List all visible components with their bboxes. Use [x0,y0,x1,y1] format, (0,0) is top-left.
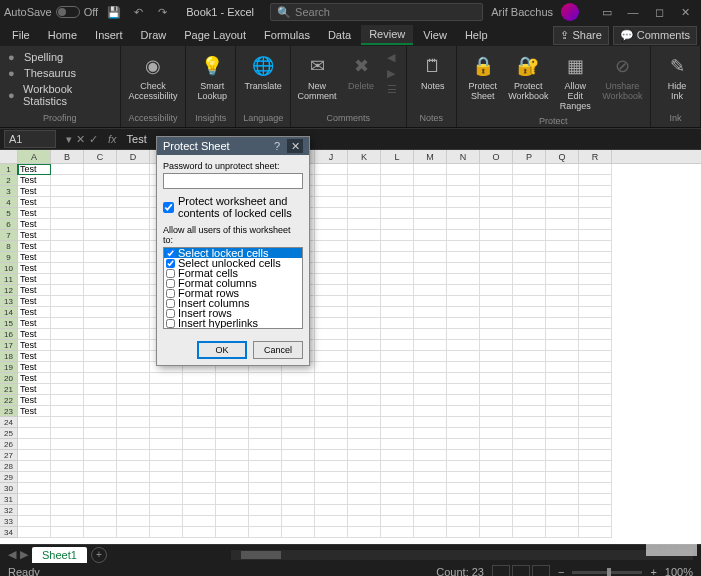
cell[interactable] [51,186,84,197]
cell[interactable] [348,241,381,252]
cell[interactable] [315,417,348,428]
row-header[interactable]: 9 [0,252,18,263]
cell[interactable] [447,175,480,186]
cell[interactable] [447,274,480,285]
minimize-icon[interactable]: — [621,2,645,22]
cell[interactable] [480,527,513,538]
cell[interactable] [348,340,381,351]
cell[interactable] [546,450,579,461]
cell[interactable] [84,329,117,340]
cell[interactable]: Test [18,241,51,252]
cell[interactable] [513,406,546,417]
cell[interactable] [84,351,117,362]
cell[interactable]: Test [18,197,51,208]
cell[interactable] [447,384,480,395]
cell[interactable] [546,439,579,450]
cell[interactable]: Test [18,208,51,219]
cell[interactable] [480,450,513,461]
cell[interactable] [381,351,414,362]
cell[interactable] [513,296,546,307]
cell[interactable] [117,472,150,483]
cell[interactable] [381,373,414,384]
cell[interactable] [513,219,546,230]
cell[interactable] [414,296,447,307]
permissions-list[interactable]: Select locked cellsSelect unlocked cells… [163,247,303,329]
cell[interactable] [480,186,513,197]
cell[interactable] [414,494,447,505]
cell[interactable] [348,461,381,472]
cell[interactable] [513,417,546,428]
cell[interactable] [183,428,216,439]
protect-checkbox[interactable]: Protect worksheet and contents of locked… [163,195,303,219]
add-sheet-button[interactable]: + [91,547,107,563]
cell[interactable] [150,373,183,384]
cell[interactable] [216,494,249,505]
cell[interactable] [51,285,84,296]
cell[interactable] [447,406,480,417]
cell[interactable] [51,252,84,263]
cell[interactable] [546,483,579,494]
cell[interactable] [546,340,579,351]
cell[interactable] [183,439,216,450]
cell[interactable] [348,197,381,208]
cell[interactable] [546,516,579,527]
cell[interactable] [18,450,51,461]
cell[interactable] [117,263,150,274]
cell[interactable] [150,384,183,395]
cell[interactable] [513,505,546,516]
cell[interactable] [480,483,513,494]
workbook-statistics-button[interactable]: ●Workbook Statistics [6,82,114,108]
cell[interactable]: Test [18,175,51,186]
cell[interactable] [447,527,480,538]
cell[interactable] [348,516,381,527]
cell[interactable] [183,417,216,428]
cell[interactable] [447,329,480,340]
cell[interactable] [315,164,348,175]
checkbox[interactable] [166,279,175,288]
row-header[interactable]: 31 [0,494,18,505]
cell[interactable] [381,450,414,461]
cell[interactable] [513,175,546,186]
cell[interactable] [51,417,84,428]
cell[interactable] [480,274,513,285]
cell[interactable] [51,384,84,395]
cell[interactable] [579,274,612,285]
cell[interactable] [579,230,612,241]
cell[interactable] [117,362,150,373]
cell[interactable] [513,439,546,450]
view-pagebreak-button[interactable] [532,565,550,576]
cell[interactable] [315,252,348,263]
cell[interactable] [51,494,84,505]
cell[interactable] [150,461,183,472]
cell[interactable] [381,197,414,208]
cell[interactable] [579,197,612,208]
cell[interactable] [513,307,546,318]
cell[interactable] [480,230,513,241]
cell[interactable] [447,208,480,219]
cell[interactable] [117,318,150,329]
cell[interactable] [348,252,381,263]
cell[interactable] [51,483,84,494]
row-header[interactable]: 34 [0,527,18,538]
cell[interactable] [513,263,546,274]
cell[interactable] [51,329,84,340]
cell[interactable] [282,516,315,527]
cell[interactable] [51,428,84,439]
dialog-close-icon[interactable]: ✕ [287,139,303,153]
horizontal-scrollbar[interactable] [231,550,693,560]
cell[interactable] [315,373,348,384]
cell[interactable] [348,329,381,340]
cell[interactable] [579,494,612,505]
cell[interactable] [381,395,414,406]
cell[interactable] [51,395,84,406]
cell[interactable] [183,406,216,417]
spreadsheet-grid[interactable]: ABCDEFGHIJKLMNOPQR 1Test2Test3Test4Test5… [0,150,701,544]
thesaurus-button[interactable]: ●Thesaurus [6,66,114,80]
cell[interactable] [150,494,183,505]
cell[interactable] [579,329,612,340]
col-header-J[interactable]: J [315,150,348,163]
cell[interactable] [579,263,612,274]
cell[interactable] [414,439,447,450]
cell[interactable] [546,175,579,186]
autosave-toggle[interactable]: AutoSave Off [4,6,98,18]
